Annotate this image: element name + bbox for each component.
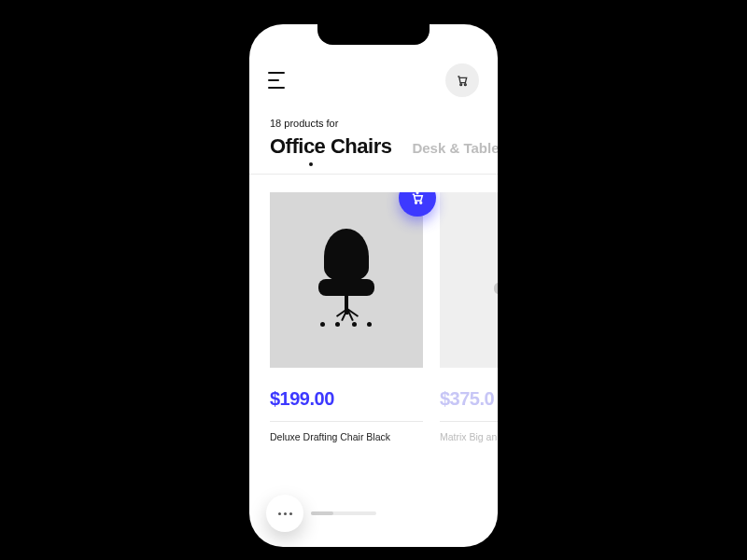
top-bar	[249, 63, 498, 97]
svg-point-1	[464, 84, 466, 86]
product-price: $199.00	[270, 388, 423, 410]
product-image	[440, 192, 498, 368]
product-carousel[interactable]: $199.00 Deluxe Drafting Chair Black $375…	[270, 192, 498, 442]
menu-icon	[268, 72, 285, 74]
menu-icon	[268, 87, 285, 89]
product-card[interactable]: $375.0 Matrix Big an	[440, 192, 498, 442]
product-card[interactable]: $199.00 Deluxe Drafting Chair Black	[270, 192, 423, 442]
category-tabs: Office Chairs Desk & Table	[270, 134, 498, 159]
product-image	[270, 192, 423, 368]
menu-icon	[268, 79, 279, 81]
divider	[249, 174, 498, 175]
scroll-indicator[interactable]	[311, 511, 376, 515]
more-icon	[278, 512, 281, 515]
phone-frame: 18 products for Office Chairs Desk & Tab…	[249, 24, 498, 547]
divider	[270, 421, 423, 422]
product-name: Matrix Big an	[440, 431, 498, 442]
svg-point-0	[460, 84, 462, 86]
add-to-cart-icon	[409, 192, 426, 206]
more-button[interactable]	[266, 495, 303, 532]
product-count: 18 products for	[270, 118, 338, 129]
more-icon	[289, 512, 292, 515]
cart-icon	[455, 73, 470, 88]
divider	[440, 421, 498, 422]
scroll-thumb[interactable]	[311, 511, 333, 515]
chair-illustration	[488, 229, 498, 331]
menu-button[interactable]	[268, 72, 289, 89]
viewport: 18 products for Office Chairs Desk & Tab…	[0, 0, 747, 560]
active-tab-indicator	[309, 162, 313, 166]
device-notch	[317, 24, 430, 45]
tab-desk-and-table[interactable]: Desk & Table	[412, 140, 498, 156]
svg-point-3	[420, 202, 422, 203]
cart-button[interactable]	[445, 63, 479, 97]
tab-office-chairs[interactable]: Office Chairs	[270, 134, 391, 159]
svg-point-2	[416, 202, 417, 203]
more-icon	[284, 512, 287, 515]
product-name: Deluxe Drafting Chair Black	[270, 431, 423, 442]
chair-illustration	[311, 229, 382, 331]
product-price: $375.0	[440, 388, 498, 410]
